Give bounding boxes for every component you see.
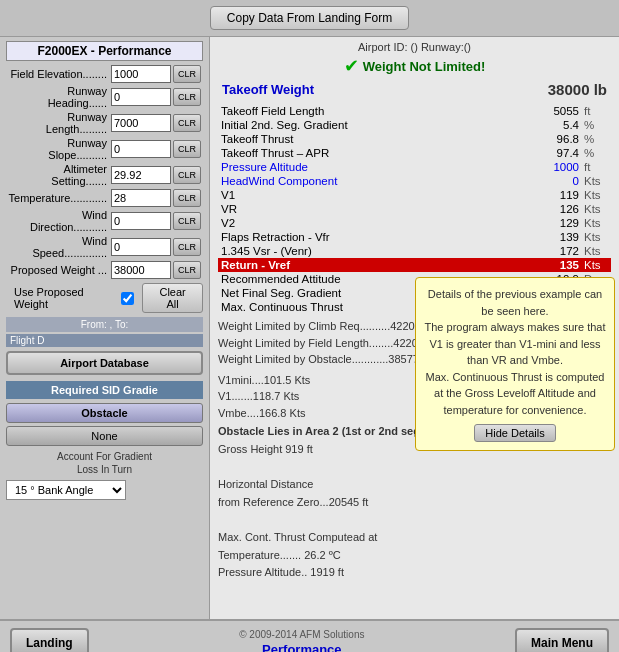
wind-speed-label: Wind Speed.............. — [6, 235, 111, 259]
row-unit: ft — [581, 104, 611, 118]
top-bar: Copy Data From Landing Form — [0, 0, 619, 37]
row-value: 1000 — [513, 160, 581, 174]
runway-length-input[interactable] — [111, 114, 171, 132]
takeoff-weight-value: 38000 lb — [548, 81, 607, 98]
runway-length-clr[interactable]: CLR — [173, 114, 201, 132]
row-value: 139 — [513, 230, 581, 244]
table-row: Flaps Retraction - Vfr 139 Kts — [218, 230, 611, 244]
return-vref-row: Return - Vref 135 Kts — [218, 258, 611, 272]
table-row: Takeoff Thrust 96.8 % — [218, 132, 611, 146]
altimeter-label: Altimeter Setting....... — [6, 163, 111, 187]
wind-direction-input[interactable] — [111, 212, 171, 230]
hide-details-button[interactable]: Hide Details — [474, 424, 555, 442]
green-check-icon: ✔ — [344, 55, 359, 77]
none-button[interactable]: None — [6, 426, 203, 446]
runway-heading-label: Runway Heading...... — [6, 85, 111, 109]
table-row: VR 126 Kts — [218, 202, 611, 216]
temperature-row: Temperature............ CLR — [6, 189, 203, 207]
weight-not-limited-text: Weight Not Limited! — [363, 59, 486, 74]
use-proposed-weight-row: Use Proposed Weight Clear All — [6, 283, 203, 313]
row-label: Initial 2nd. Seg. Gradient — [218, 118, 513, 132]
bank-angle-select[interactable]: 15 ° Bank Angle 20 ° Bank Angle 25 ° Ban… — [6, 480, 126, 500]
account-gradient-label: Account For GradientLoss In Turn — [6, 450, 203, 476]
wind-direction-row: Wind Direction........... CLR — [6, 209, 203, 233]
row-label: VR — [218, 202, 513, 216]
copyright-text: © 2009-2014 AFM Solutions — [89, 629, 515, 640]
runway-heading-input[interactable] — [111, 88, 171, 106]
row-unit: Kts — [581, 174, 611, 188]
horizontal-distance-value: from Reference Zero...20545 ft — [218, 494, 611, 512]
weight-not-limited-row: ✔ Weight Not Limited! — [218, 55, 611, 77]
main-menu-button[interactable]: Main Menu — [515, 628, 609, 652]
max-thrust-label: Max. Cont. Thrust Computead at — [218, 529, 611, 547]
runway-slope-label: Runway Slope.......... — [6, 137, 111, 161]
row-unit: Kts — [581, 202, 611, 216]
runway-length-row: Runway Length......... CLR — [6, 111, 203, 135]
clear-all-button[interactable]: Clear All — [142, 283, 203, 313]
use-proposed-weight-checkbox[interactable] — [121, 292, 134, 305]
table-row: Pressure Altitude 1000 ft — [218, 160, 611, 174]
row-label: V1 — [218, 188, 513, 202]
row-label: 1.345 Vsr - (Venr) — [218, 244, 513, 258]
tooltip-box: Details of the previous example can be s… — [415, 277, 615, 451]
row-value: 119 — [513, 188, 581, 202]
row-label-blue-headwind: HeadWind Component — [218, 174, 513, 188]
temperature-label: Temperature............ — [6, 192, 111, 204]
proposed-weight-clr[interactable]: CLR — [173, 261, 201, 279]
airport-database-button[interactable]: Airport Database — [6, 351, 203, 375]
right-panel: Airport ID: () Runway:() ✔ Weight Not Li… — [210, 37, 619, 619]
row-value: 0 — [513, 174, 581, 188]
row-value: 126 — [513, 202, 581, 216]
performance-tab: Performance — [262, 642, 341, 652]
row-unit: ft — [581, 160, 611, 174]
row-unit: Kts — [581, 244, 611, 258]
landing-button[interactable]: Landing — [10, 628, 89, 652]
flight-id-bar: Flight D — [6, 334, 203, 347]
runway-heading-clr[interactable]: CLR — [173, 88, 201, 106]
altimeter-input[interactable] — [111, 166, 171, 184]
temperature-input[interactable] — [111, 189, 171, 207]
row-value: 5.4 — [513, 118, 581, 132]
row-value: 96.8 — [513, 132, 581, 146]
copy-data-button[interactable]: Copy Data From Landing Form — [210, 6, 409, 30]
table-row: V1 119 Kts — [218, 188, 611, 202]
row-value: 97.4 — [513, 146, 581, 160]
row-value: 129 — [513, 216, 581, 230]
takeoff-weight-label: Takeoff Weight — [222, 82, 314, 97]
takeoff-weight-row: Takeoff Weight 38000 lb — [218, 81, 611, 98]
proposed-weight-input[interactable] — [111, 261, 171, 279]
altimeter-row: Altimeter Setting....... CLR — [6, 163, 203, 187]
bottom-center: © 2009-2014 AFM Solutions Performance — [89, 629, 515, 652]
row-unit: % — [581, 118, 611, 132]
obstacle-button[interactable]: Obstacle — [6, 403, 203, 423]
row-value-highlight: 135 — [513, 258, 581, 272]
row-label-blue: Pressure Altitude — [218, 160, 513, 174]
wind-direction-label: Wind Direction........... — [6, 209, 111, 233]
row-value: 5055 — [513, 104, 581, 118]
altimeter-clr[interactable]: CLR — [173, 166, 201, 184]
table-row: Takeoff Thrust – APR 97.4 % — [218, 146, 611, 160]
wind-direction-clr[interactable]: CLR — [173, 212, 201, 230]
runway-slope-clr[interactable]: CLR — [173, 140, 201, 158]
from-to-bar: From: , To: — [6, 317, 203, 332]
row-unit-highlight: Kts — [581, 258, 611, 272]
pressure-altitude-value: Pressure Altitude.. 1919 ft — [218, 564, 611, 582]
field-elevation-clr[interactable]: CLR — [173, 65, 201, 83]
horizontal-distance-label: Horizontal Distance — [218, 476, 611, 494]
wind-speed-input[interactable] — [111, 238, 171, 256]
runway-heading-row: Runway Heading...... CLR — [6, 85, 203, 109]
temperature-clr[interactable]: CLR — [173, 189, 201, 207]
field-elevation-input[interactable] — [111, 65, 171, 83]
row-unit: % — [581, 132, 611, 146]
bank-angle-row: 15 ° Bank Angle 20 ° Bank Angle 25 ° Ban… — [6, 480, 203, 500]
use-proposed-weight-label: Use Proposed Weight — [14, 286, 115, 310]
row-label: Takeoff Thrust – APR — [218, 146, 513, 160]
sid-gradient-label: Required SID Gradie — [6, 381, 203, 399]
field-elevation-label: Field Elevation........ — [6, 68, 111, 80]
wind-speed-row: Wind Speed.............. CLR — [6, 235, 203, 259]
table-row: HeadWind Component 0 Kts — [218, 174, 611, 188]
runway-slope-input[interactable] — [111, 140, 171, 158]
wind-speed-clr[interactable]: CLR — [173, 238, 201, 256]
field-elevation-row: Field Elevation........ CLR — [6, 65, 203, 83]
runway-slope-row: Runway Slope.......... CLR — [6, 137, 203, 161]
